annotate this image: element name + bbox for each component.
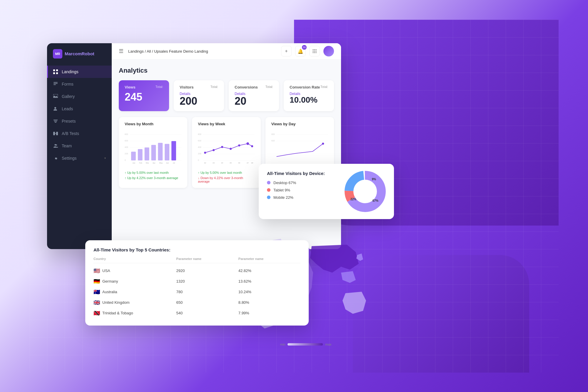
svg-point-12 bbox=[316, 49, 317, 50]
mobile-dot bbox=[267, 196, 270, 199]
svg-point-74 bbox=[349, 175, 381, 208]
svg-point-13 bbox=[313, 51, 314, 52]
sidebar-item-presets[interactable]: Presets bbox=[47, 115, 112, 127]
svg-text:32: 32 bbox=[204, 162, 206, 164]
views-by-month-card: Views by Month 800 600 400 200 0 bbox=[119, 117, 187, 188]
svg-point-14 bbox=[314, 51, 315, 52]
add-button[interactable]: + bbox=[281, 46, 292, 56]
svg-text:Jun: Jun bbox=[166, 162, 169, 164]
svg-text:600: 600 bbox=[271, 140, 275, 142]
device-card: All-Time Visitors by Device: Desktop 67%… bbox=[259, 164, 394, 219]
svg-text:9%: 9% bbox=[372, 178, 376, 181]
svg-point-17 bbox=[314, 52, 315, 53]
views-by-week-card: Views by Week 800 600 400 200 0 bbox=[192, 117, 260, 188]
svg-rect-1 bbox=[56, 69, 58, 71]
week-note1: ↑ Up by 5.00% over last month bbox=[198, 171, 255, 174]
svg-rect-9 bbox=[56, 132, 58, 135]
svg-rect-32 bbox=[151, 145, 156, 160]
svg-point-57 bbox=[238, 144, 240, 146]
svg-text:Jan: Jan bbox=[132, 162, 135, 164]
conversions-card: Conversions Total: Details 20 bbox=[229, 80, 279, 111]
sidebar-item-forms[interactable]: Forms bbox=[47, 78, 112, 90]
device-list: Desktop 67% Tablet 9% Mobile 22% bbox=[267, 181, 325, 200]
sidebar-item-ab-tests[interactable]: A/B Tests bbox=[47, 127, 112, 140]
stat-cards: Views Total: 245 Visitors Total: Details… bbox=[119, 80, 334, 111]
svg-point-56 bbox=[230, 148, 232, 150]
svg-text:Mar: Mar bbox=[146, 162, 149, 164]
svg-rect-29 bbox=[131, 151, 136, 160]
country-card-title: All-Time Visitors by Top 5 Countries: bbox=[93, 247, 300, 252]
grid-icon bbox=[53, 69, 58, 74]
ab-icon bbox=[53, 131, 58, 136]
device-item-mobile: Mobile 22% bbox=[267, 195, 325, 200]
svg-point-54 bbox=[213, 149, 215, 151]
gallery-icon bbox=[53, 94, 58, 99]
svg-text:37: 37 bbox=[247, 162, 249, 164]
svg-point-10 bbox=[313, 49, 314, 50]
svg-rect-6 bbox=[54, 84, 56, 85]
presets-icon bbox=[53, 119, 58, 124]
pie-chart: 9% 22% 67% bbox=[345, 171, 386, 212]
grid-button[interactable] bbox=[309, 46, 320, 56]
month-note1: ↑ Up by 5.00% over last month bbox=[125, 171, 181, 174]
team-icon bbox=[53, 143, 58, 149]
country-card: All-Time Visitors by Top 5 Countries: Co… bbox=[85, 240, 309, 326]
svg-point-18 bbox=[316, 52, 317, 53]
analytics-body: Analytics Views Total: 245 Visito bbox=[112, 60, 341, 249]
svg-point-55 bbox=[221, 146, 223, 148]
svg-text:800: 800 bbox=[198, 133, 201, 135]
form-icon bbox=[53, 81, 58, 87]
svg-text:38: 38 bbox=[251, 162, 253, 164]
svg-point-15 bbox=[316, 51, 317, 52]
svg-rect-33 bbox=[158, 143, 163, 160]
svg-text:800: 800 bbox=[271, 133, 275, 135]
map-legend-bar bbox=[288, 343, 323, 346]
svg-point-71 bbox=[322, 142, 324, 144]
desktop-dot bbox=[267, 181, 270, 184]
page-title: Analytics bbox=[119, 67, 334, 74]
menu-icon[interactable]: ☰ bbox=[119, 48, 123, 54]
svg-rect-4 bbox=[54, 82, 58, 83]
visitors-card: Visitors Total: Details 200 bbox=[174, 80, 224, 111]
svg-text:0: 0 bbox=[198, 159, 199, 161]
header-left: ☰ Landings / All / Upsales Feature Demo … bbox=[119, 48, 208, 54]
sidebar-item-gallery[interactable]: Gallery bbox=[47, 90, 112, 103]
sidebar-item-team[interactable]: Team bbox=[47, 140, 112, 152]
svg-rect-0 bbox=[53, 69, 55, 71]
svg-point-58 bbox=[247, 142, 249, 145]
user-avatar[interactable] bbox=[323, 46, 334, 56]
views-by-month-chart: 800 600 400 200 0 bbox=[125, 130, 181, 168]
svg-point-16 bbox=[313, 52, 314, 53]
views-card: Views Total: 245 bbox=[119, 80, 169, 111]
sidebar-nav: Landings Forms bbox=[47, 63, 112, 249]
svg-text:33: 33 bbox=[213, 162, 215, 164]
notification-button[interactable]: 🔔 30 bbox=[295, 46, 306, 56]
breadcrumb: Landings / All / Upsales Feature Demo La… bbox=[128, 49, 208, 54]
sidebar-item-leads[interactable]: Leads bbox=[47, 103, 112, 115]
sidebar-item-landings[interactable]: Landings bbox=[47, 66, 112, 78]
header-right: + 🔔 30 bbox=[281, 46, 334, 56]
app-header: ☰ Landings / All / Upsales Feature Demo … bbox=[112, 43, 341, 60]
svg-point-11 bbox=[314, 49, 315, 50]
table-row: 🇺🇸USA 2920 42.82% bbox=[93, 266, 300, 276]
sidebar-item-settings[interactable]: Settings ▾ bbox=[47, 152, 112, 164]
conversion-rate-card: Conversion Rate Total: Details 10.00% bbox=[284, 80, 334, 111]
leads-icon bbox=[53, 106, 58, 111]
svg-text:34: 34 bbox=[221, 162, 223, 164]
sidebar-logo: MR MarcomRobot bbox=[47, 43, 112, 63]
svg-rect-34 bbox=[165, 144, 169, 160]
svg-point-59 bbox=[251, 145, 253, 147]
country-table-header: Country Parameter name Parameter name bbox=[93, 257, 300, 263]
device-card-title: All-Time Visitors by Device: bbox=[267, 171, 325, 176]
views-by-day-chart: 800 600 bbox=[271, 130, 328, 168]
svg-rect-8 bbox=[53, 132, 55, 135]
svg-text:600: 600 bbox=[125, 140, 128, 142]
svg-rect-30 bbox=[138, 149, 143, 160]
views-by-week-chart: 800 600 400 200 0 bbox=[198, 130, 255, 168]
logo-text: MarcomRobot bbox=[65, 51, 94, 56]
device-item-desktop: Desktop 67% bbox=[267, 181, 325, 185]
device-item-tablet: Tablet 9% bbox=[267, 188, 325, 192]
sidebar: MR MarcomRobot Landings bbox=[47, 43, 112, 249]
table-row: 🇦🇺Australia 780 10.24% bbox=[93, 287, 300, 297]
svg-text:May: May bbox=[159, 162, 163, 164]
